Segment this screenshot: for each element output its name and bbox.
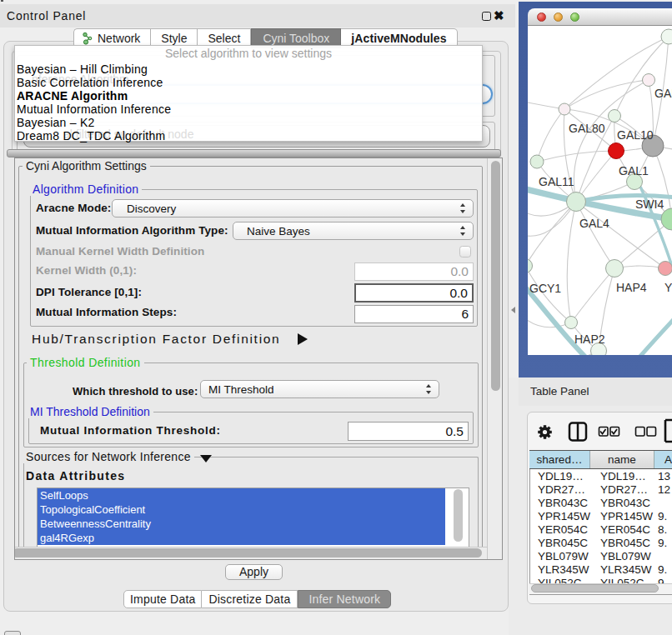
svg-text:HAP4: HAP4	[616, 281, 647, 294]
svg-text:GAL4: GAL4	[579, 217, 609, 230]
svg-text:HAP2: HAP2	[574, 332, 605, 346]
svg-text:Y: Y	[664, 281, 672, 294]
svg-text:GAL: GAL	[654, 87, 672, 100]
svg-text:GAL1: GAL1	[619, 164, 649, 178]
svg-text:GAL11: GAL11	[539, 175, 574, 188]
svg-text:GAL10: GAL10	[617, 128, 654, 142]
svg-text:GAL80: GAL80	[569, 122, 605, 135]
svg-text:GCY1: GCY1	[529, 282, 561, 295]
svg-text:SWI4: SWI4	[635, 198, 664, 211]
